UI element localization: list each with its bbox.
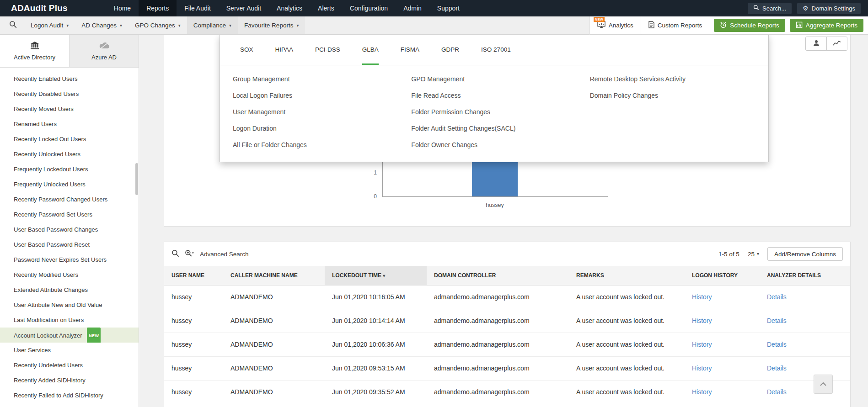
link-folder-audit-setting-changes-sacl[interactable]: Folder Audit Setting Changes(SACL) xyxy=(411,120,589,137)
nav-item-admin[interactable]: Admin xyxy=(396,0,429,16)
aggregate-reports-button[interactable]: Aggregate Reports xyxy=(790,19,863,32)
nav-item-server-audit[interactable]: Server Audit xyxy=(219,0,269,16)
nav-item-analytics[interactable]: Analytics xyxy=(269,0,310,16)
column-header-remarks[interactable]: REMARKS xyxy=(569,266,685,285)
custom-reports-button[interactable]: Custom Reports xyxy=(641,16,710,35)
table-row: hussey ADMANDEMO Jun 01,2020 10:06:36 AM… xyxy=(164,333,850,356)
menu-compliance[interactable]: Compliance ▾ xyxy=(187,16,238,34)
cell-caller-machine: ADMANDEMO xyxy=(223,309,325,333)
history-link[interactable]: History xyxy=(692,388,712,396)
sidebar-item-recently-moved-users[interactable]: Recently Moved Users xyxy=(0,101,139,116)
search-icon[interactable] xyxy=(171,249,179,259)
global-search-button[interactable]: Search... xyxy=(748,3,792,14)
menu-logon-audit[interactable]: Logon Audit ▾ xyxy=(24,16,75,34)
sidebar-item-recently-modified-users[interactable]: Recently Modified Users xyxy=(0,267,139,282)
link-domain-policy-changes[interactable]: Domain Policy Changes xyxy=(590,87,768,104)
link-all-file-or-folder-changes[interactable]: All File or Folder Changes xyxy=(233,137,411,153)
sidebar-item-user-attribute-new-and-old-value[interactable]: User Attribute New and Old Value xyxy=(0,297,139,312)
tab-fisma[interactable]: FISMA xyxy=(401,35,419,65)
sidebar-item-last-modification-on-users[interactable]: Last Modification on Users xyxy=(0,312,139,328)
column-header-logon-history[interactable]: LOGON HISTORY xyxy=(685,266,760,285)
link-file-read-access[interactable]: File Read Access xyxy=(411,87,589,104)
tab-gdpr[interactable]: GDPR xyxy=(441,35,459,65)
tab-azure-ad[interactable]: Azure AD xyxy=(69,35,139,67)
sidebar-item-account-lockout-analyzer[interactable]: Account Lockout Analyzer NEW xyxy=(0,328,139,343)
sidebar-item-recently-undeleted-users[interactable]: Recently Undeleted Users xyxy=(0,358,139,373)
details-link[interactable]: Details xyxy=(767,317,787,324)
scroll-to-top-button[interactable] xyxy=(814,375,833,394)
main-menu: Home Reports File Audit Server Audit Ana… xyxy=(106,0,467,16)
sidebar-item-frequently-lockedout-users[interactable]: Frequently Lockedout Users xyxy=(0,162,139,177)
link-user-management[interactable]: User Management xyxy=(233,104,411,120)
link-folder-owner-changes[interactable]: Folder Owner Changes xyxy=(411,137,589,153)
domain-settings-button[interactable]: ⚙ Domain Settings xyxy=(797,3,861,14)
nav-item-file-audit[interactable]: File Audit xyxy=(177,0,219,16)
cell-remarks: A user account was locked out. xyxy=(569,380,685,404)
menu-gpo-changes[interactable]: GPO Changes ▾ xyxy=(129,16,187,34)
page-size-select[interactable]: 25 ▾ xyxy=(748,251,759,258)
history-link[interactable]: History xyxy=(692,317,712,324)
link-gpo-management[interactable]: GPO Management xyxy=(411,71,589,87)
column-header-analyzer-details[interactable]: ANALYZER DETAILS xyxy=(760,266,850,285)
sidebar-item-recently-disabled-users[interactable]: Recently Disabled Users xyxy=(0,86,139,101)
sidebar-item-renamed-users[interactable]: Renamed Users xyxy=(0,116,139,132)
details-link[interactable]: Details xyxy=(767,388,787,396)
sidebar-item-extended-attribute-changes[interactable]: Extended Attribute Changes xyxy=(0,282,139,297)
sidebar-item-recently-password-changed-users[interactable]: Recently Password Changed Users xyxy=(0,192,139,207)
details-link[interactable]: Details xyxy=(767,341,787,348)
menu-ad-changes[interactable]: AD Changes ▾ xyxy=(75,16,129,34)
schedule-reports-button[interactable]: Schedule Reports xyxy=(714,19,785,32)
sidebar-item-recently-added-sidhistory[interactable]: Recently Added SIDHistory xyxy=(0,373,139,388)
sidebar-item-frequently-unlocked-users[interactable]: Frequently Unlocked Users xyxy=(0,177,139,192)
chart-view-toggle-group xyxy=(805,37,847,51)
cell-lockedout-time: Jun 01,2020 09:35:52 AM xyxy=(325,380,427,404)
sidebar-item-recently-unlocked-users[interactable]: Recently Unlocked Users xyxy=(0,147,139,162)
nav-item-alerts[interactable]: Alerts xyxy=(310,0,342,16)
link-local-logon-failures[interactable]: Local Logon Failures xyxy=(233,87,411,104)
menu-favourite-reports[interactable]: Favourite Reports ▾ xyxy=(238,16,305,34)
history-link[interactable]: History xyxy=(692,293,712,301)
nav-item-reports[interactable]: Reports xyxy=(139,0,177,16)
reports-search-button[interactable] xyxy=(0,16,24,34)
sidebar-item-user-services[interactable]: User Services xyxy=(0,343,139,358)
column-header-lockedout-time[interactable]: LOCKEDOUT TIME ▾ xyxy=(325,266,427,285)
table-row: hussey ADMANDEMO Jun 01,2020 10:16:05 AM… xyxy=(164,285,850,309)
app-logo: ADAudit Plus xyxy=(0,0,79,16)
sidebar-item-recently-locked-out-users[interactable]: Recently Locked Out Users xyxy=(0,132,139,147)
column-header-caller-machine-name[interactable]: CALLER MACHINE NAME xyxy=(223,266,325,285)
sidebar-item-password-never-expires-set-users[interactable]: Password Never Expires Set Users xyxy=(0,252,139,267)
column-header-domain-controller[interactable]: DOMAIN CONTROLLER xyxy=(427,266,569,285)
cell-domain-controller: admandemo.admanagerplus.com xyxy=(427,285,569,309)
tab-active-directory[interactable]: Active Directory xyxy=(0,35,69,67)
history-link[interactable]: History xyxy=(692,341,712,348)
nav-item-support[interactable]: Support xyxy=(429,0,467,16)
advanced-search-label[interactable]: Advanced Search xyxy=(200,251,249,258)
link-logon-duration[interactable]: Logon Duration xyxy=(233,120,411,137)
tab-iso-27001[interactable]: ISO 27001 xyxy=(481,35,511,65)
add-remove-columns-button[interactable]: Add/Remove Columns xyxy=(767,247,843,261)
nav-item-configuration[interactable]: Configuration xyxy=(342,0,396,16)
link-group-management[interactable]: Group Management xyxy=(233,71,411,87)
tab-pci-dss[interactable]: PCI-DSS xyxy=(315,35,340,65)
sidebar-scrollbar-thumb[interactable] xyxy=(135,163,138,195)
link-remote-desktop-services-activity[interactable]: Remote Desktop Services Activity xyxy=(590,71,768,87)
sidebar-item-recently-password-set-users[interactable]: Recently Password Set Users xyxy=(0,207,139,222)
nav-item-home[interactable]: Home xyxy=(106,0,139,16)
link-folder-permission-changes[interactable]: Folder Permission Changes xyxy=(411,104,589,120)
tab-hipaa[interactable]: HIPAA xyxy=(275,35,294,65)
analytics-button[interactable]: NEW Analytics xyxy=(589,16,641,35)
sidebar-item-recently-failed-to-add-sidhistory[interactable]: Recently Failed to Add SIDHistory xyxy=(0,388,139,403)
trend-graph-button[interactable] xyxy=(826,37,847,50)
column-header-user-name[interactable]: USER NAME xyxy=(164,266,223,285)
details-link[interactable]: Details xyxy=(767,293,787,301)
sidebar-item-user-based-password-reset[interactable]: User Based Password Reset xyxy=(0,237,139,252)
details-link[interactable]: Details xyxy=(767,365,787,372)
history-link[interactable]: History xyxy=(692,365,712,372)
sidebar-item-recently-enabled-users[interactable]: Recently Enabled Users xyxy=(0,71,139,86)
advanced-search-icon[interactable] xyxy=(185,249,194,259)
sidebar-item-user-based-password-changes[interactable]: User Based Password Changes xyxy=(0,222,139,237)
tab-glba[interactable]: GLBA xyxy=(362,35,379,65)
tab-sox[interactable]: SOX xyxy=(240,35,253,65)
new-ribbon-badge: NEW xyxy=(594,17,605,22)
user-analysis-button[interactable] xyxy=(806,37,826,50)
